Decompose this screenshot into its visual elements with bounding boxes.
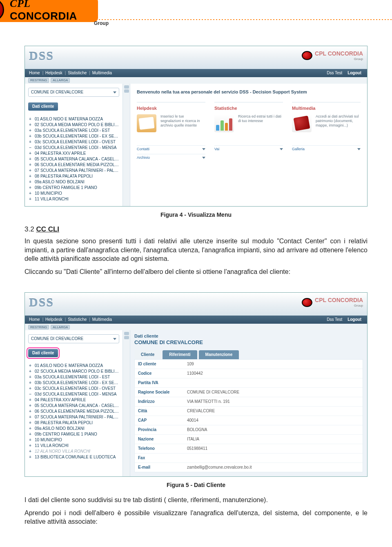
plus-icon [28,443,32,448]
info-header: Dati cliente COMUNE DI CREVALCORE [130,330,367,346]
tree-item[interactable]: 07 SCUOLA MATERNA PALTRINIERI - PALATA [28,168,119,173]
tree-item[interactable]: 09a ASILO NIDO BOLZANI [28,426,119,431]
tree-item-label: 06 SCUOLA ELEMENTARE MEDIA PIZZOLI - PAL… [35,409,119,414]
dati-cliente-button[interactable]: Dati cliente [28,102,58,111]
table-row: Ragione SocialeCOMUNE DI CREVALCORE [135,388,363,397]
tree-item[interactable]: 01 ASILO NIDO E MATERNA DOZZA [28,116,119,122]
table-row: NazioneITALIA [135,435,363,444]
ribbon-restringi[interactable]: RESTRING [28,78,49,83]
tabs: Cliente Riferimenti Manutenzione [134,350,363,359]
card-link-galleria[interactable]: Galleria [292,145,361,151]
tree-item[interactable]: 12 ALA NORD VILLA RONCHI [28,449,119,454]
tree-item-label: 07 SCUOLA MATERNA PALTRINIERI - PALATA [35,168,119,173]
info-header-sub: COMUNE DI CREVALCORE [134,339,363,346]
table-key: Provincia [135,425,184,434]
nav-multimedia[interactable]: Multimedia [92,71,112,75]
nav-statistiche[interactable]: Statistiche [68,71,87,75]
tree-item[interactable]: 10 MUNICIPIO [28,191,119,196]
table-key: Telefono [135,444,184,453]
tree-item[interactable]: 02 SCUOLA MEDIA MARCO POLO E BIBLIOTECA [28,369,119,374]
tree-item[interactable]: 11 VILLA RONCHI [28,196,119,202]
collapse-handle[interactable] [123,330,130,476]
tree-item-label: 06 SCUOLA ELEMENTARE MEDIA PIZZOLI - PAL… [35,162,119,167]
tree-item[interactable]: 03b SCUOLA ELEMENTARE LODI - EX SEGRETER… [28,380,119,386]
tree-item-label: 01 ASILO NIDO E MATERNA DOZZA [35,117,119,122]
tree-item[interactable]: 05 SCUOLA MATERNA CALANCA - CASELLE [28,156,119,162]
ribbon-allarga[interactable]: ALLARGA [51,325,70,330]
tree-item[interactable]: 10 MUNICIPIO [28,437,119,443]
tree-item[interactable]: 13 BIBLIOTECA COMUNALE E LUDOTECA [28,454,119,460]
tree-item[interactable]: 03a SCUOLA ELEMENTARE LODI - EST [28,374,119,380]
tree-item[interactable]: 01 ASILO NIDO E MATERNA DOZZA [28,363,119,369]
tree-item[interactable]: 03c SCUOLA ELEMENTARE LODI - OVEST [28,386,119,391]
main-panel: Dati cliente COMUNE DI CREVALCORE Client… [130,330,367,476]
brand-text: CPL CPL CONCORDIACONCORDIA [10,0,98,22]
tree-item[interactable]: 05 SCUOLA MATERNA CALANCA - CASELLE [28,403,119,409]
tree-item[interactable]: 09b CENTRO FAMIGLIE 1 PIANO [28,185,119,191]
nav-home[interactable]: Home [29,71,40,75]
nav-bar: Home| Helpdesk| Statistiche| Multimedia … [25,69,367,77]
tree-item[interactable]: 03d SCUOLA ELEMENTARE LODI - MENSA [28,391,119,397]
nav-logout[interactable]: Logout [347,317,361,322]
app-header: DSS CPL CONCORDIA Group [25,293,367,316]
brand-sub: Group [315,57,363,61]
table-key: Indirizzo [135,397,184,406]
ribbon-allarga[interactable]: ALLARGA [51,78,70,83]
tree-item-label: 05 SCUOLA MATERNA CALANCA - CASELLE [35,157,119,162]
nav-helpdesk[interactable]: Helpdesk [45,317,62,322]
tree-item[interactable]: 09b CENTRO FAMIGLIE 1 PIANO [28,431,119,437]
plus-icon [28,168,32,173]
brand-sub: Group [94,20,109,26]
tree-item[interactable]: 08 PALESTRA PALATA PEPOLI [28,173,119,179]
tree-item[interactable]: 07 SCUOLA MATERNA PALTRINIERI - PALATA [28,414,119,420]
nav-logout[interactable]: Logout [347,71,361,75]
chevron-down-icon [202,148,205,150]
tree-item-label: 07 SCUOLA MATERNA PALTRINIERI - PALATA [35,415,119,420]
client-select[interactable]: COMUNE DI CREVALCORE [28,88,119,97]
minus-icon [28,145,32,150]
tree-item-label: 12 ALA NORD VILLA RONCHI [35,449,119,454]
brand-text: CPL CONCORDIA [315,50,363,57]
tree-item-label: 11 VILLA RONCHI [35,197,119,202]
tree-item[interactable]: 03a SCUOLA ELEMENTARE LODI - EST [28,128,119,133]
dati-cliente-button[interactable]: Dati cliente [28,349,58,357]
tree-item[interactable]: 11 VILLA RONCHI [28,443,119,449]
card-link-archivio[interactable]: Archivio [137,154,205,160]
ladybird-icon [0,0,5,21]
table-row: IndirizzoVIA MATTEOTTI n. 191 [135,397,363,407]
card-link-contatti[interactable]: Contatti [137,145,205,151]
nav-helpdesk[interactable]: Helpdesk [45,71,62,75]
tree-item[interactable]: 03c SCUOLA ELEMENTARE LODI - OVEST [28,139,119,145]
collapse-handle[interactable] [123,84,130,206]
tree-item-label: 10 MUNICIPIO [35,191,119,196]
tree-item-label: 03a SCUOLA ELEMENTARE LODI - EST [35,375,119,380]
tree-item[interactable]: 02 SCUOLA MEDIA MARCO POLO E BIBLIOTECA [28,122,119,128]
nav-multimedia[interactable]: Multimedia [92,317,112,322]
tree-item[interactable]: 03d SCUOLA ELEMENTARE LODI - MENSA [28,145,119,151]
table-row: Codice1100442 [135,369,363,378]
ribbon-restringi[interactable]: RESTRING [28,325,49,330]
client-select-value: COMUNE DI CREVALCORE [31,336,83,341]
tree-item[interactable]: 04 PALESTRA XXV APRILE [28,151,119,156]
tree-item[interactable]: 03b SCUOLA ELEMENTARE LODI - EX SEGRETER… [28,133,119,139]
tab-riferimenti[interactable]: Riferimenti [163,350,197,359]
tab-manutenzione[interactable]: Manutenzione [199,350,239,359]
plus-icon [28,122,32,127]
tree-item[interactable]: 08 PALESTRA PALATA PEPOLI [28,420,119,426]
card-link-vai[interactable]: Vai [214,145,283,151]
tree-item[interactable]: 04 PALESTRA XXV APRILE [28,397,119,403]
nav-statistiche[interactable]: Statistiche [68,317,87,322]
tree-item[interactable]: 06 SCUOLA ELEMENTARE MEDIA PIZZOLI - PAL… [28,162,119,168]
helpdesk-icon [137,114,156,132]
tree-item[interactable]: 09a ASILO NIDO BOLZANI [28,179,119,185]
tree-item-label: 08 PALESTRA PALATA PEPOLI [35,420,119,425]
plus-icon [28,197,32,202]
client-select[interactable]: COMUNE DI CREVALCORE [28,334,119,343]
nav-home[interactable]: Home [29,317,40,322]
plus-icon [28,455,32,460]
tab-cliente[interactable]: Cliente [134,350,161,359]
tree-item-label: 09a ASILO NIDO BOLZANI [35,426,119,431]
tree-item[interactable]: 06 SCUOLA ELEMENTARE MEDIA PIZZOLI - PAL… [28,409,119,414]
client-tree: 01 ASILO NIDO E MATERNA DOZZA02 SCUOLA M… [28,116,119,202]
plus-icon [28,426,32,431]
